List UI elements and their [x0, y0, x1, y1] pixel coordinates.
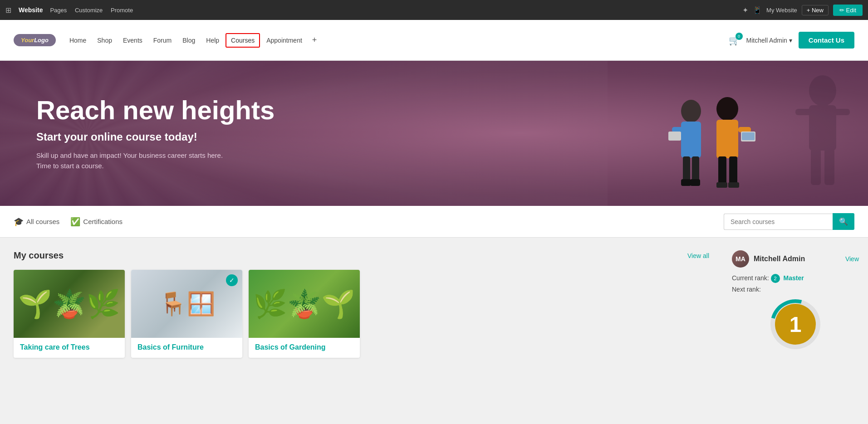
course-image-gardening: 🌿🪴🌱 — [249, 270, 360, 338]
hero-shadow-figure — [777, 68, 868, 206]
main-content: My courses View all 🌱🪴🌿 Taking care of T… — [0, 238, 868, 370]
certifications-tab[interactable]: ✅ Certifications — [70, 217, 123, 227]
new-button[interactable]: + New — [802, 5, 829, 15]
nav-appointment[interactable]: Appointment — [262, 34, 307, 47]
nav-right: 🛒 0 Mitchell Admin ▾ Contact Us — [729, 32, 854, 49]
hero-section: Reach new heights Start your online cour… — [0, 61, 868, 206]
completion-badge: ✓ — [226, 274, 238, 286]
course-image-furniture: 🪑🪟 ✓ — [131, 270, 242, 338]
svg-rect-19 — [811, 149, 821, 185]
admin-nav: Pages Customize Promote — [50, 7, 139, 14]
certification-check-icon: ✅ — [70, 217, 80, 227]
filter-bar: 🎓 All courses ✅ Certifications 🔍 — [0, 206, 868, 238]
sidebar-section: MA Mitchell Admin View Current rank: 2 M… — [723, 238, 868, 370]
sidebar-user-name: Mitchell Admin — [754, 255, 805, 263]
rank-progress-area: 1 — [732, 299, 859, 349]
current-rank-label: Current rank: — [732, 274, 769, 282]
current-rank: Current rank: 2 Master — [732, 274, 859, 283]
certifications-label: Certifications — [83, 218, 123, 225]
hero-illustration — [650, 86, 777, 206]
admin-nav-promote[interactable]: Promote — [111, 7, 133, 14]
svg-rect-7 — [668, 132, 681, 141]
nav-home[interactable]: Home — [65, 34, 91, 47]
svg-rect-16 — [742, 132, 755, 140]
admin-right: ✦ 📱 My Website + New ✏ Edit — [742, 5, 863, 16]
svg-point-17 — [809, 75, 836, 106]
hero-desc-line2: Time to start a course. — [36, 162, 104, 170]
all-courses-tab[interactable]: 🎓 All courses — [14, 217, 59, 227]
user-name: Mitchell Admin — [746, 37, 787, 44]
course-title-gardening: Basics of Gardening — [249, 338, 360, 358]
nav-shop[interactable]: Shop — [93, 34, 117, 47]
nav-links: Home Shop Events Forum Blog Help Courses… — [65, 33, 729, 48]
search-area: 🔍 — [724, 213, 854, 230]
hero-description: Skill up and have an impact! Your busine… — [36, 151, 275, 171]
cart-count: 0 — [736, 33, 743, 40]
add-nav-item-button[interactable]: + — [309, 34, 321, 47]
next-rank: Next rank: — [732, 286, 859, 293]
svg-rect-1 — [681, 122, 701, 158]
admin-nav-customize[interactable]: Customize — [75, 7, 103, 14]
nav-blog[interactable]: Blog — [178, 34, 200, 47]
nav-courses[interactable]: Courses — [226, 33, 260, 48]
filter-tabs: 🎓 All courses ✅ Certifications — [14, 217, 724, 227]
nav-forum[interactable]: Forum — [149, 34, 176, 47]
admin-bar: ⊞ Website Pages Customize Promote ✦ 📱 My… — [0, 0, 868, 20]
course-title-trees: Taking care of Trees — [14, 338, 125, 358]
svg-rect-10 — [718, 156, 726, 186]
star-icon[interactable]: ✦ — [742, 6, 748, 15]
section-header: My courses View all — [14, 250, 709, 261]
nav-events[interactable]: Events — [118, 34, 147, 47]
mobile-icon[interactable]: 📱 — [753, 6, 762, 15]
hero-content: Reach new heights Start your online cour… — [36, 96, 275, 171]
grid-icon[interactable]: ⊞ — [5, 6, 11, 15]
user-menu[interactable]: Mitchell Admin ▾ — [746, 37, 792, 44]
course-image-trees: 🌱🪴🌿 — [14, 270, 125, 338]
svg-rect-20 — [824, 149, 834, 185]
logo[interactable]: YourLogo — [14, 34, 56, 46]
svg-rect-12 — [716, 182, 727, 188]
graduation-icon: 🎓 — [14, 217, 24, 227]
all-courses-label: All courses — [26, 218, 59, 225]
hero-subtitle: Start your online course today! — [36, 131, 275, 143]
edit-button[interactable]: ✏ Edit — [833, 5, 863, 16]
hero-desc-line1: Skill up and have an impact! Your busine… — [36, 151, 223, 159]
svg-rect-13 — [728, 182, 739, 188]
rank-circle-outer: 1 — [770, 299, 820, 349]
svg-rect-5 — [690, 179, 700, 186]
course-card-gardening[interactable]: 🌿🪴🌱 Basics of Gardening — [249, 270, 360, 358]
section-title: My courses — [14, 250, 64, 261]
course-title-furniture: Basics of Furniture — [131, 338, 242, 358]
admin-nav-pages[interactable]: Pages — [50, 7, 67, 14]
svg-point-8 — [716, 97, 738, 121]
course-card-furniture[interactable]: 🪑🪟 ✓ Basics of Furniture — [131, 270, 242, 358]
search-button[interactable]: 🔍 — [833, 213, 854, 230]
svg-rect-4 — [681, 179, 691, 186]
contact-us-button[interactable]: Contact Us — [799, 32, 854, 49]
rank-name: Master — [783, 274, 804, 282]
svg-rect-22 — [834, 109, 850, 115]
nav-help[interactable]: Help — [201, 34, 224, 47]
cart-button[interactable]: 🛒 0 — [729, 35, 740, 46]
svg-point-0 — [681, 100, 701, 122]
sidebar-view-link[interactable]: View — [845, 255, 859, 263]
next-rank-label: Next rank: — [732, 286, 761, 293]
search-input[interactable] — [724, 214, 833, 230]
courses-section: My courses View all 🌱🪴🌿 Taking care of T… — [0, 238, 723, 370]
avatar: MA — [732, 250, 749, 268]
view-all-link[interactable]: View all — [687, 252, 709, 259]
svg-rect-9 — [716, 120, 738, 158]
chevron-down-icon: ▾ — [789, 37, 792, 44]
course-cards: 🌱🪴🌿 Taking care of Trees 🪑🪟 ✓ Basics of … — [14, 270, 709, 358]
my-website-link[interactable]: My Website — [766, 7, 797, 14]
rank-progress-ring — [761, 290, 829, 358]
svg-rect-11 — [729, 156, 737, 186]
sidebar-user: MA Mitchell Admin View — [732, 250, 859, 268]
svg-rect-21 — [795, 109, 812, 115]
people-svg — [650, 86, 777, 204]
sidebar-user-info: MA Mitchell Admin — [732, 250, 805, 268]
course-card-trees[interactable]: 🌱🪴🌿 Taking care of Trees — [14, 270, 125, 358]
site-name: Website — [19, 6, 43, 14]
website-nav: YourLogo Home Shop Events Forum Blog Hel… — [0, 20, 868, 61]
hero-title: Reach new heights — [36, 96, 275, 125]
